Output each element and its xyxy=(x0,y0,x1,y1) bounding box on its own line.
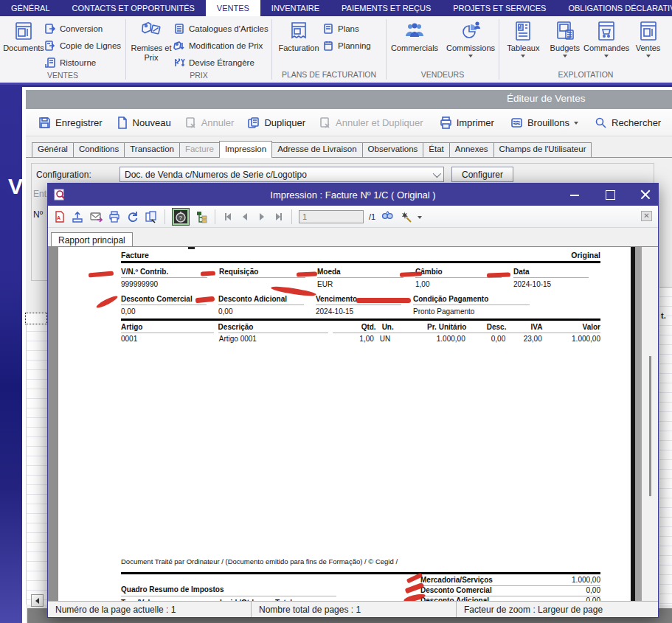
tab-impression[interactable]: Impression xyxy=(219,141,272,158)
email-button[interactable] xyxy=(89,210,103,223)
tab-transaction[interactable]: Transaction xyxy=(124,142,180,158)
tab-observations[interactable]: Observations xyxy=(362,142,424,158)
ribbon-body: Documents Conversion Copie de Lignes Ris… xyxy=(0,16,672,83)
export-pdf-button[interactable]: A xyxy=(52,210,66,223)
print-preview-dialog: Impression : Facture Nº 1/C ( Original )… xyxy=(47,183,659,618)
drafts-icon xyxy=(510,116,523,129)
budgets-button[interactable]: Budgets xyxy=(544,18,586,58)
commissions-button[interactable]: Commissions xyxy=(446,18,496,58)
export-button[interactable] xyxy=(71,210,84,223)
watch-toggle-button[interactable]: ? xyxy=(172,208,190,226)
ribbon-tab-obligations[interactable]: OBLIGATIONS DÉCLARATIVES xyxy=(557,0,672,16)
drafts-button[interactable]: Brouillons xyxy=(504,112,585,133)
background-watermark: V xyxy=(8,174,23,199)
ribbon-tab-ventes[interactable]: VENTES xyxy=(206,0,260,16)
devise-etrangere-button[interactable]: Devise Étrangère xyxy=(173,54,269,71)
documents-button[interactable]: Documents xyxy=(3,18,44,53)
catalog-icon xyxy=(173,23,185,35)
conversion-button[interactable]: Conversion xyxy=(44,20,121,37)
chevron-down-icon xyxy=(646,55,651,58)
configuration-label: Configuration: xyxy=(36,170,119,180)
sales-report-icon xyxy=(637,20,659,42)
tab-general[interactable]: Général xyxy=(32,142,74,158)
ribbon-tab-inventaire[interactable]: INVENTAIRE xyxy=(260,0,330,16)
effects-button[interactable] xyxy=(399,210,412,223)
right-arrow-icon xyxy=(260,213,264,220)
catalogues-articles-button[interactable]: Catalogues d'Articles xyxy=(173,20,269,37)
print-preview-print-button[interactable] xyxy=(108,210,121,223)
scrollbar-thumb[interactable] xyxy=(649,356,651,496)
duplicate-button[interactable]: Dupliquer xyxy=(240,112,312,133)
modification-prix-button[interactable]: Modification de Prix xyxy=(173,37,269,54)
copy-pages-button[interactable] xyxy=(145,210,158,223)
maximize-button[interactable] xyxy=(605,189,615,200)
cell: Artigo 0001 xyxy=(219,335,330,343)
tableaux-button[interactable]: Tableaux xyxy=(502,18,544,58)
first-page-button[interactable] xyxy=(222,211,234,223)
planning-button[interactable]: Planning xyxy=(322,37,371,54)
last-page-button[interactable] xyxy=(273,211,285,223)
page-number-input[interactable] xyxy=(299,210,364,223)
cancel-and-duplicate-button[interactable]: Annuler et Dupliquer xyxy=(312,112,430,133)
ribbon-tab-contacts[interactable]: CONTACTS ET OPPORTUNITÉS xyxy=(61,0,206,16)
configuration-select[interactable]: Doc. de Venda c/Numeros de Serie c/Logot… xyxy=(119,167,444,182)
facturation-button[interactable]: Facturation xyxy=(275,18,322,53)
field-label: Desconto Comercial xyxy=(121,294,207,305)
remises-et-prix-button[interactable]: Remises et Prix xyxy=(129,18,173,62)
tab-etat[interactable]: État xyxy=(423,142,449,158)
summary-label: Desconto Adicional xyxy=(420,596,489,601)
preview-area[interactable]: Facture Original V/N.º Contrib.999999990… xyxy=(48,246,658,601)
people-icon xyxy=(403,20,426,42)
ribbon-tab-general[interactable]: GÉNÉRAL xyxy=(0,0,61,16)
close-button[interactable] xyxy=(640,189,651,200)
col-header: Pr. Unitário xyxy=(401,323,466,333)
commercials-button[interactable]: Commercials xyxy=(389,18,440,53)
print-button[interactable]: Imprimer xyxy=(433,112,501,133)
budget-icon xyxy=(554,20,576,42)
copie-de-lignes-button[interactable]: Copie de Lignes xyxy=(44,37,121,54)
grid-focus-cell[interactable] xyxy=(25,313,47,324)
lines-grid-fragment[interactable] xyxy=(26,313,47,605)
minimize-button[interactable] xyxy=(569,189,580,200)
previous-page-button[interactable] xyxy=(239,211,251,223)
commandes-button[interactable]: Commandes xyxy=(586,18,627,58)
chevron-down-icon xyxy=(604,55,609,58)
editor-toolbar: Enregistrer Nouveau Annuler Dupliquer An… xyxy=(26,109,672,136)
entity-label: Ent xyxy=(33,189,46,199)
ventes-report-button[interactable]: Ventes xyxy=(628,18,669,58)
page-mark xyxy=(188,247,195,249)
tab-annexes[interactable]: Annexes xyxy=(449,142,494,158)
toolbar-separator xyxy=(215,209,215,224)
report-tree-button[interactable] xyxy=(195,210,208,223)
ristourne-button[interactable]: Ristourne xyxy=(44,54,121,71)
cancel-document-icon xyxy=(184,116,197,129)
tab-champs-utilisateur[interactable]: Champs de l'Utilisateur xyxy=(493,142,592,158)
col-header: Descrição xyxy=(218,323,328,333)
new-document-icon xyxy=(116,116,128,129)
plans-button[interactable]: Plans xyxy=(322,20,371,37)
next-page-button[interactable] xyxy=(256,211,268,223)
vertical-scrollbar[interactable] xyxy=(642,247,658,601)
field-label: Data xyxy=(513,267,589,278)
field-label: Requisição xyxy=(219,267,305,278)
tab-adresse-livraison[interactable]: Adresse de Livraison xyxy=(271,142,362,158)
editor-titlebar[interactable]: Éditeur de Ventes xyxy=(26,90,672,109)
hscroll-left-button[interactable] xyxy=(31,594,44,607)
find-button[interactable] xyxy=(381,210,394,223)
summary-value: 0,00 xyxy=(586,586,600,594)
preview-close-box[interactable]: ✕ xyxy=(641,211,652,221)
dialog-titlebar[interactable]: Impression : Facture Nº 1/C ( Original ) xyxy=(48,184,658,206)
refresh-button[interactable] xyxy=(126,210,139,223)
cancel-button[interactable]: Annuler xyxy=(178,112,241,133)
ribbon-tab-paiements[interactable]: PAIEMENTS ET REÇUS xyxy=(330,0,442,16)
tab-conditions[interactable]: Conditions xyxy=(73,142,125,158)
ribbon-tab-projets[interactable]: PROJETS ET SERVICES xyxy=(442,0,557,16)
save-button[interactable]: Enregistrer xyxy=(32,112,109,133)
cell: 23,00 xyxy=(505,335,542,343)
tab-rapport-principal[interactable]: Rapport principal xyxy=(51,232,133,247)
configure-button[interactable]: Configurer xyxy=(451,167,513,182)
search-button[interactable]: Rechercher xyxy=(588,112,668,133)
col-header: IVA xyxy=(506,323,542,333)
new-button[interactable]: Nouveau xyxy=(109,112,178,133)
chevron-down-icon xyxy=(574,122,578,125)
